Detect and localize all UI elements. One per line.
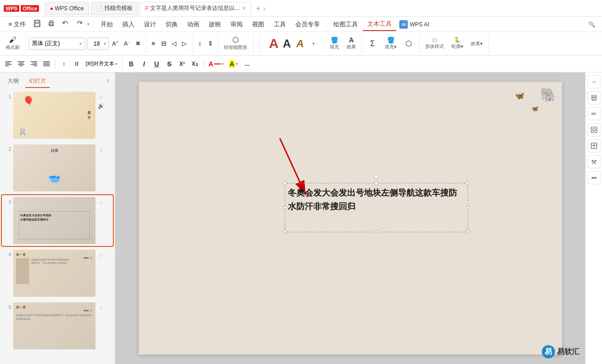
text-direction-btn[interactable]: ↕ [58,58,70,70]
slide2-star-icon[interactable]: ☆ [97,146,105,154]
sidebar-tab-slides[interactable]: 幻灯片 [25,75,50,88]
menu-review[interactable]: 审阅 [226,18,247,31]
add-tab-button[interactable]: + [253,4,263,13]
sidebar-tab-outline[interactable]: 大纲 [4,75,23,88]
font-color-dropdown[interactable]: A ▾ [206,59,226,69]
zoom-fit-btn[interactable] [587,123,601,136]
undo-redo-chevron[interactable]: ▾ [87,21,90,27]
zoom-out-btn[interactable]: − [587,75,601,88]
tab-close-btn[interactable]: ✕ [242,6,246,11]
sum-btn[interactable]: Σ [365,35,380,53]
fill-btn[interactable]: 🪣 填充 [327,35,342,53]
handle-ml[interactable] [283,206,287,210]
align-right-btn[interactable] [28,58,40,70]
text-effect-btn[interactable]: A 效果 [344,35,359,53]
sidebar-collapse-btn[interactable]: ‹ [105,75,111,88]
text-style-a2-btn[interactable]: A [282,39,292,48]
indent-less-btn[interactable]: ◁ [169,39,179,48]
print-btn[interactable] [45,19,58,30]
menu-transition[interactable]: 切换 [161,18,182,31]
menu-file[interactable]: ≡ 文件 [4,18,31,31]
slide1-speaker-icon[interactable]: 🔊 [97,102,105,110]
slide-thumb-2[interactable]: 2 目录 🥣 ☆ [2,142,113,193]
para-spacing-btn[interactable]: ⇕ [206,39,215,48]
slide-thumb-4[interactable]: 4 第一章 ■■■ 11 这里输入的是关于本章节内容的详细说明文字，可以包含多行… [2,248,113,299]
table-btn[interactable] [587,139,601,152]
text-style-more-btn[interactable]: ▾ [309,39,318,48]
italic-btn[interactable]: I [138,58,150,70]
text-style-a1-btn[interactable]: A [269,39,278,48]
menu-design[interactable]: 设计 [139,18,161,31]
slide3-star-icon[interactable]: ☆ [97,199,105,206]
fill2-btn[interactable]: 🪣 填充▾ [382,35,399,53]
hexagon-btn[interactable]: ⬡ [401,35,416,53]
format-brush-btn[interactable]: 🖌 格式刷 [3,35,23,53]
text-box-selected[interactable]: 冬奥会发大会发出号地块左侧导航这款车搜防水防汗非常搜回归 [285,183,468,232]
align-left-btn[interactable] [3,58,14,70]
tools-btn[interactable]: ⚒ [587,155,601,168]
menu-drawing-tool[interactable]: 绘图工具 [329,18,363,31]
pen-btn[interactable]: ✏ [587,107,601,120]
search-btn[interactable]: 🔍 [586,20,598,29]
slide-thumb-3[interactable]: 3 冬奥会发大会发出号地块左侧导航这款车搜防水 ☆ [2,195,113,246]
increase-font-btn[interactable]: A+ [111,39,120,48]
menu-member[interactable]: 会员专享 [291,18,325,31]
indent-more-btn[interactable]: ▷ [180,39,189,48]
align-text-dropdown[interactable]: [对]对齐文本 ▾ [84,59,119,68]
font-size-selector[interactable]: 18 ▾ [87,38,109,50]
tab-template[interactable]: 📄 找稳壳模板 [91,2,138,15]
save-btn[interactable] [31,19,44,30]
clear-format-btn[interactable]: ✖ [133,39,143,48]
align-center-btn[interactable] [16,58,27,70]
bold-btn[interactable]: B [126,58,137,70]
justify-btn[interactable] [41,58,52,70]
slide-thumb-1[interactable]: 1 🎈 题名 🐰 ☆ 🔊 [2,90,113,141]
slide1-star-icon[interactable]: ☆ [97,94,105,101]
decrease-font-btn[interactable]: A- [122,39,131,48]
superscript-btn[interactable]: X² [176,58,188,70]
menu-insert[interactable]: 插入 [118,18,139,31]
more-fmt-btn[interactable]: ... [241,58,253,70]
text-box-content[interactable]: 冬奥会发大会发出号地块左侧导航这款车搜防水防汗非常搜回归 [285,183,467,216]
wps-ai-button[interactable]: AI WPS AI [399,20,429,29]
smart-shape-btn[interactable]: ⬡ 转智能图形 [221,35,250,53]
slide4-star-icon[interactable]: ☆ [97,252,105,259]
tab-wps[interactable]: ● WPS Office [45,2,89,15]
rotate-handle[interactable] [374,174,379,179]
pattern-btn[interactable]: 🐍 蛇廊▾ [449,35,466,53]
slide-thumb-5[interactable]: 5 第一章 ■■■ 11 这里输入的是关于本章节内容的详细说明文字，可以包含多行… [2,301,113,351]
handle-mr[interactable] [466,206,469,210]
line-spacing-btn[interactable]: ↕ [195,39,205,48]
more-btn[interactable]: ••• [587,171,601,184]
handle-br[interactable] [466,230,469,234]
menu-view[interactable]: 视图 [247,18,269,31]
handle-tr[interactable] [466,182,469,185]
columns-btn[interactable]: ⁞⁞ [71,58,82,70]
handle-bl[interactable] [283,230,287,234]
layers-btn[interactable] [587,91,601,104]
menu-animation[interactable]: 动画 [182,18,204,31]
effect2-btn[interactable]: 效果▾ [468,35,485,53]
tab-chevron[interactable]: › [263,5,266,12]
slide-canvas[interactable]: 🐘 🦋 🦋 [139,82,562,355]
font-selector[interactable]: 黑体 (正文) ▾ [29,38,85,50]
handle-tl[interactable] [283,182,287,185]
underline-btn[interactable]: U [151,58,162,70]
handle-tm[interactable] [374,182,378,185]
slide5-star-icon[interactable]: ☆ [97,304,105,312]
bullet-list-btn[interactable]: ≡ [149,39,158,48]
menu-text-tool[interactable]: 文本工具 [363,18,396,31]
menu-home[interactable]: 开始 [96,18,118,31]
subscript-btn[interactable]: X₂ [189,58,200,70]
menu-tools[interactable]: 工具 [269,18,291,31]
numbered-list-btn[interactable]: ⊟ [159,39,168,48]
handle-bm[interactable] [374,230,378,234]
menu-slideshow[interactable]: 故映 [204,18,226,31]
text-style-a3-btn[interactable]: A [295,39,305,48]
tab-doc[interactable]: P 文字是人类用符号记录表达信息以... ✕ [140,2,251,15]
strikethrough-btn[interactable]: S [164,58,175,70]
redo-btn[interactable] [73,19,86,30]
undo-btn[interactable] [59,19,72,30]
wps-ai-area[interactable]: AI WPS AI [399,20,429,29]
highlight-dropdown[interactable]: A ▾ [227,59,240,69]
